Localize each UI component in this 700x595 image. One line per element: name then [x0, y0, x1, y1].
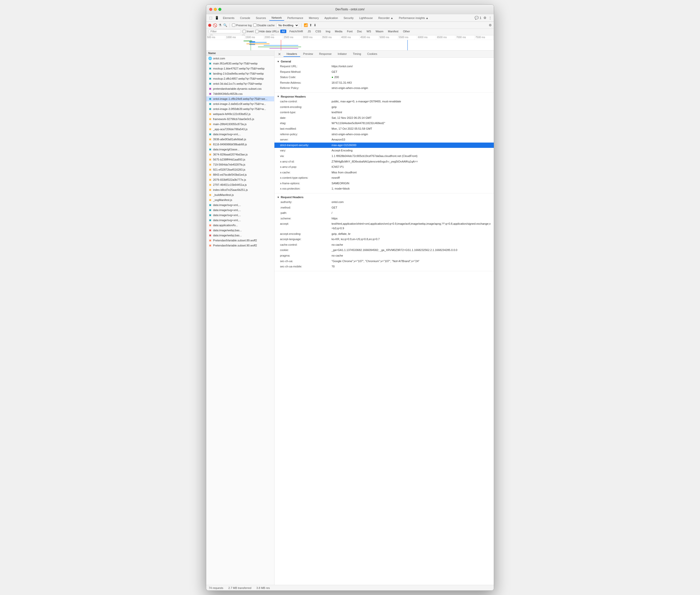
file-item-webp2[interactable]: ▣ data:image/webp;bas... — [206, 233, 274, 238]
filter-manifest[interactable]: Manifest — [386, 30, 400, 33]
file-item-css2[interactable]: ▣ 7db98434b5c4653b.css — [206, 91, 274, 96]
filter-other[interactable]: Other — [402, 30, 412, 33]
tab-cookies[interactable]: Cookies — [364, 51, 380, 57]
chevron-icon: ▼ — [277, 95, 280, 98]
filter-js[interactable]: JS — [306, 30, 312, 33]
search-icon[interactable]: 🔍 — [223, 23, 227, 27]
file-item-index[interactable]: ▣ index-b8cd7e25aac6b251.js — [206, 187, 274, 192]
filter-input[interactable] — [208, 29, 241, 33]
file-item-pretendard89[interactable]: ▣ PretendardVariable.subset.89.woff2 — [206, 238, 274, 243]
file-item-ssgmanifest[interactable]: ▣ _ssgManifest.js — [206, 197, 274, 202]
file-item-img1[interactable]: ▣ ontol-image-1.cf8c24e8.webp?q=75&f=we.… — [206, 96, 274, 101]
file-name: 921-ef32872ba4516283.js — [213, 168, 272, 171]
tab-performance[interactable]: Performance — [285, 16, 306, 21]
filter-wasm[interactable]: Wasm — [374, 30, 385, 33]
cursor-icon[interactable]: ⬚ — [208, 16, 213, 20]
tab-timing[interactable]: Timing — [350, 51, 364, 57]
hide-data-urls-label[interactable]: Hide data URLs — [255, 30, 279, 33]
record-button[interactable] — [208, 24, 211, 27]
tab-headers[interactable]: Headers — [284, 51, 300, 57]
filter-all[interactable]: All — [280, 30, 286, 33]
preserve-log-label[interactable]: Preserve log — [232, 24, 252, 27]
file-item-5675[interactable]: ▣ 5675-b238fff44d1aa893.js — [206, 157, 274, 162]
throttle-select[interactable]: No throttling — [276, 23, 299, 28]
network-settings-icon[interactable]: ⚙ — [489, 23, 492, 27]
file-item-svg3[interactable]: ▣ data:image/svg+xml,... — [206, 207, 274, 213]
file-item-css1[interactable]: ▣ pretendardvariable-dynamic-subset.css — [206, 86, 274, 91]
disable-cache-checkbox[interactable] — [253, 24, 257, 27]
js-icon: ▣ — [208, 178, 212, 181]
filter-css[interactable]: CSS — [314, 30, 323, 33]
filter-font[interactable]: Font — [346, 30, 354, 33]
file-item-719[interactable]: ▣ 719-5664da7eb40287fa.js — [206, 162, 274, 167]
file-item-img2[interactable]: ▣ ontol-image-2.da9d1c0f.webp?q=75&f=w..… — [206, 101, 274, 106]
file-item-8843[interactable]: ▣ 8843-ed7bcdbf343bd1ed.js — [206, 172, 274, 177]
tab-sources[interactable]: Sources — [253, 16, 268, 21]
clear-button[interactable]: 🚫 — [213, 23, 217, 27]
more-icon[interactable]: ⋮ — [489, 16, 492, 20]
file-item-pretendard90[interactable]: ▣ PretendardVariable.subset.90.woff2 — [206, 243, 274, 248]
file-item-framework[interactable]: ▣ framework-92798cb7dae0e0c5.js — [206, 116, 274, 121]
filter-doc[interactable]: Doc — [355, 30, 363, 33]
tab-security[interactable]: Security — [341, 16, 356, 21]
file-item-main-js[interactable]: ▣ main-28fd4193055c873a.js — [206, 121, 274, 126]
tab-performance-insights[interactable]: Performance insights ▲ — [396, 16, 431, 21]
tab-preview[interactable]: Preview — [300, 51, 316, 57]
tab-application[interactable]: Application — [322, 16, 341, 21]
settings-icon[interactable]: ⚙ — [484, 16, 487, 20]
tab-console[interactable]: Console — [237, 16, 253, 21]
tab-initiator[interactable]: Initiator — [334, 51, 350, 57]
request-headers-header[interactable]: ▼ Request Headers — [274, 195, 494, 199]
download-icon[interactable]: ⬇ — [314, 23, 316, 27]
general-header[interactable]: ▼ General — [274, 59, 494, 64]
file-item-buildmanifest[interactable]: ▣ _buildManifest.js — [206, 192, 274, 197]
tab-memory[interactable]: Memory — [306, 16, 321, 21]
file-item-3674[interactable]: ▣ 3674-829baa62074bd3ae.js — [206, 152, 274, 157]
filter-media[interactable]: Media — [333, 30, 344, 33]
invert-label[interactable]: Invert — [242, 30, 254, 33]
file-item-8116[interactable]: ▣ 8116-8496986bf38bab68.js — [206, 142, 274, 147]
wifi-icon[interactable]: 📶 — [304, 23, 308, 27]
file-item-gif[interactable]: ▣ data:image/gif;base... — [206, 147, 274, 152]
tab-recorder[interactable]: Recorder ▲ — [376, 16, 396, 21]
detail-close-button[interactable]: ✕ — [276, 52, 283, 56]
file-item-2797[interactable]: ▣ 2797-464f21c15b64451a.js — [206, 182, 274, 187]
file-item-2079[interactable]: ▣ 2079-833bff322a0b777e.js — [206, 177, 274, 182]
preserve-log-checkbox[interactable] — [232, 24, 235, 27]
file-item-3938[interactable]: ▣ 3938-a6e0f3a81afe8da6.js — [206, 137, 274, 142]
tab-elements[interactable]: Elements — [221, 16, 237, 21]
filter-img[interactable]: Img — [324, 30, 332, 33]
disable-cache-label[interactable]: Disable cache — [253, 24, 275, 27]
filter-icon[interactable]: ⚗ — [218, 23, 222, 27]
maximize-button[interactable] — [218, 8, 222, 11]
file-item-webp1[interactable]: ▣ data:image/webp;bas... — [206, 228, 274, 233]
file-item-svg4[interactable]: ▣ data:image/svg+xml,... — [206, 213, 274, 218]
file-item-landing[interactable]: ▣ landing-2.b1ba9e8a.webp?q=75&f=webp — [206, 71, 274, 76]
tab-network[interactable]: Network — [269, 15, 284, 21]
close-button[interactable] — [209, 8, 212, 11]
file-item-ontol3d[interactable]: ▣ ontol-3d.da11cc7c.webp?q=75&f=webp — [206, 81, 274, 86]
chat-icon[interactable]: 💬 1 — [474, 16, 482, 20]
file-item-img3[interactable]: ▣ ontol-image-3.0f93db39.webp?q=75&f=w..… — [206, 106, 274, 111]
mobile-icon[interactable]: 📱 — [214, 16, 220, 20]
file-item-svg2[interactable]: ▣ data:image/svg+xml,... — [206, 202, 274, 207]
file-item-app[interactable]: ▣ _app-aca7206de788a543.js — [206, 126, 274, 132]
upload-icon[interactable]: ⬆ — [309, 23, 312, 27]
invert-checkbox[interactable] — [242, 30, 246, 33]
tab-lighthouse[interactable]: Lighthouse — [356, 16, 375, 21]
minimize-button[interactable] — [214, 8, 217, 11]
file-item-webpack[interactable]: ▣ webpack-fef49c122c83bd52.js — [206, 111, 274, 116]
file-item-ontol[interactable]: 🌐 ontol.com — [206, 56, 274, 61]
hide-data-urls-checkbox[interactable] — [255, 30, 259, 33]
filter-ws[interactable]: WS — [365, 30, 373, 33]
file-item-main[interactable]: ▣ main.951ef630.webp?q=75&f=webp — [206, 61, 274, 66]
tab-response[interactable]: Response — [316, 51, 335, 57]
file-item-mockup2[interactable]: ▣ mockup-2.dfb14857.webp?q=75&f=webp — [206, 76, 274, 81]
file-item-921[interactable]: ▣ 921-ef32872ba4516283.js — [206, 167, 274, 172]
file-item-svg1[interactable]: ▣ data:image/svg+xml,... — [206, 132, 274, 137]
file-item-mockup1[interactable]: ▣ mockup-1.bbe47627.webp?q=75&f=webp — [206, 66, 274, 71]
filter-fetch-xhr[interactable]: Fetch/XHR — [288, 30, 304, 33]
file-item-appfo[interactable]: ▣ data:application/fo... — [206, 223, 274, 228]
file-item-svg5[interactable]: ▣ data:image/svg+xml,... — [206, 218, 274, 223]
response-headers-header[interactable]: ▼ Response Headers — [274, 94, 494, 99]
